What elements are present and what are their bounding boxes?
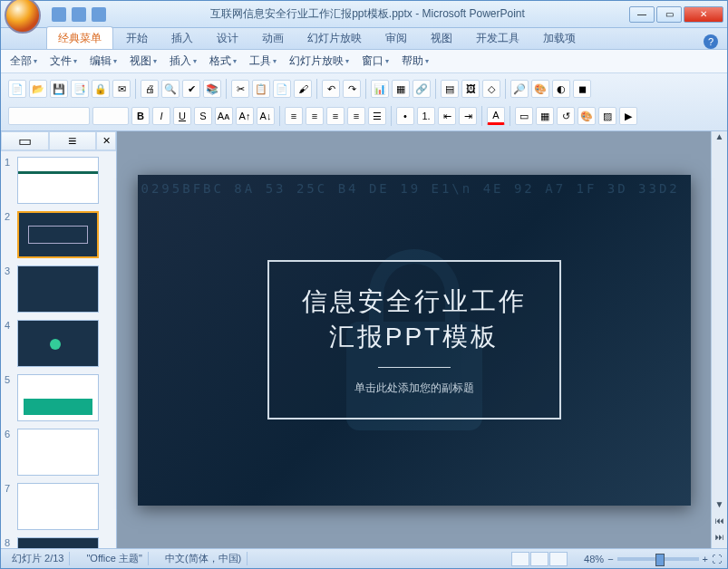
slide-canvas[interactable]: 0295BFBC 8A 53 25C B4 DE 19 E1\n 4E 92 A… (117, 131, 711, 548)
menu-window[interactable]: 窗口▾ (362, 53, 389, 69)
scroll-up-icon[interactable]: ▲ (712, 131, 727, 148)
menu-edit[interactable]: 编辑▾ (90, 53, 117, 69)
bw-icon[interactable]: ◼ (573, 80, 591, 98)
menu-file[interactable]: 文件▾ (50, 53, 77, 69)
fit-icon[interactable]: ⛶ (712, 554, 722, 564)
color-icon[interactable]: 🎨 (531, 80, 549, 98)
design-icon[interactable]: 🎨 (578, 107, 596, 125)
zoom-out-icon[interactable]: − (607, 554, 613, 564)
tab-addins[interactable]: 加载项 (532, 27, 587, 49)
language[interactable]: 中文(简体，中国) (160, 552, 248, 565)
chart-icon[interactable]: 📊 (371, 80, 389, 98)
tab-review[interactable]: 审阅 (374, 27, 418, 49)
align-right-icon[interactable]: ≡ (326, 107, 345, 125)
cut-icon[interactable]: ✂ (231, 80, 249, 98)
panel-close-icon[interactable]: ✕ (96, 131, 116, 150)
tab-classic-menu[interactable]: 经典菜单 (46, 26, 113, 49)
underline-icon[interactable]: U (173, 107, 191, 125)
minimize-button[interactable]: — (629, 6, 655, 23)
thumbnail-8[interactable] (17, 537, 99, 548)
shapes-icon[interactable]: ◇ (482, 80, 500, 98)
format-painter-icon[interactable]: 🖌 (294, 80, 312, 98)
slides-tab[interactable]: ▭ (1, 131, 49, 150)
justify-icon[interactable]: ≡ (347, 107, 365, 125)
qat-undo-icon[interactable] (72, 7, 86, 22)
zoom-level[interactable]: 48% (584, 554, 604, 564)
indent-dec-icon[interactable]: ⇤ (438, 107, 456, 125)
vertical-scrollbar[interactable]: ▲ ▼ ⏮ ⏭ (711, 131, 727, 548)
tab-home[interactable]: 开始 (115, 27, 159, 49)
tab-view[interactable]: 视图 (420, 27, 463, 49)
grow-font-icon[interactable]: A↑ (236, 107, 254, 125)
slide[interactable]: 0295BFBC 8A 53 25C B4 DE 19 E1\n 4E 92 A… (138, 175, 691, 506)
print-icon[interactable]: 🖨 (141, 80, 159, 98)
font-box[interactable] (8, 107, 90, 125)
slide-subtitle[interactable]: 单击此处添加您的副标题 (302, 381, 527, 396)
table-icon[interactable]: ▦ (392, 80, 410, 98)
menu-view[interactable]: 视图▾ (130, 53, 157, 69)
menu-slideshow[interactable]: 幻灯片放映▾ (289, 53, 349, 69)
title-placeholder[interactable]: 信息安全行业工作 汇报PPT模板 单击此处添加您的副标题 (267, 260, 561, 420)
new-icon[interactable]: 📄 (8, 80, 26, 98)
saveas-icon[interactable]: 📑 (71, 80, 89, 98)
outline-tab[interactable]: ≡ (49, 131, 97, 150)
thumbnail-2[interactable] (17, 211, 99, 258)
qat-redo-icon[interactable] (92, 7, 106, 22)
menu-help[interactable]: 帮助▾ (402, 53, 429, 69)
sorter-view-icon[interactable] (530, 552, 548, 566)
numbering-icon[interactable]: 1. (417, 107, 435, 125)
layout-icon[interactable]: ▦ (536, 107, 554, 125)
tab-developer[interactable]: 开发工具 (465, 27, 530, 49)
slideshow-view-icon[interactable] (549, 552, 568, 566)
shadow-icon[interactable]: Aᴀ (215, 107, 233, 125)
menu-all[interactable]: 全部▾ (10, 53, 37, 69)
redo-icon[interactable]: ↷ (343, 80, 361, 98)
zoom-icon[interactable]: 🔎 (510, 80, 529, 98)
menu-tools[interactable]: 工具▾ (249, 53, 277, 69)
scroll-down-icon[interactable]: ▼ (712, 499, 727, 516)
permissions-icon[interactable]: 🔒 (92, 80, 110, 98)
picture-icon[interactable]: 🖼 (461, 80, 480, 98)
thumbnails[interactable]: 1 2 3 4 5 6 7 8 (1, 151, 116, 548)
zoom-slider[interactable] (617, 557, 699, 561)
paste-icon[interactable]: 📄 (273, 80, 291, 98)
font-color-icon[interactable]: A (487, 107, 505, 125)
normal-view-icon[interactable] (511, 552, 529, 566)
thumbnail-1[interactable] (17, 157, 99, 204)
new-slide-icon[interactable]: ▭ (515, 107, 533, 125)
mail-icon[interactable]: ✉ (112, 80, 131, 98)
distribute-icon[interactable]: ☰ (368, 107, 386, 125)
spell-icon[interactable]: ✔ (182, 80, 200, 98)
qat-save-icon[interactable] (52, 7, 66, 22)
preview-icon[interactable]: 🔍 (161, 80, 180, 98)
thumbnail-5[interactable] (17, 374, 99, 421)
research-icon[interactable]: 📚 (203, 80, 221, 98)
bold-icon[interactable]: B (131, 107, 150, 125)
thumbnail-7[interactable] (17, 483, 99, 530)
tab-animation[interactable]: 动画 (251, 27, 295, 49)
shrink-font-icon[interactable]: A↓ (257, 107, 275, 125)
tab-design[interactable]: 设计 (206, 27, 249, 49)
save-icon[interactable]: 💾 (50, 80, 68, 98)
next-slide-icon[interactable]: ⏭ (712, 532, 727, 548)
italic-icon[interactable]: I (152, 107, 170, 125)
tab-slideshow[interactable]: 幻灯片放映 (296, 27, 373, 49)
maximize-button[interactable]: ▭ (656, 6, 682, 23)
menu-insert[interactable]: 插入▾ (170, 53, 197, 69)
align-left-icon[interactable]: ≡ (285, 107, 303, 125)
indent-inc-icon[interactable]: ⇥ (459, 107, 477, 125)
tables-icon[interactable]: ▤ (441, 80, 459, 98)
tab-insert[interactable]: 插入 (160, 27, 204, 49)
grayscale-icon[interactable]: ◐ (552, 80, 570, 98)
background-icon[interactable]: ▨ (598, 107, 616, 125)
thumbnail-6[interactable] (17, 429, 99, 476)
help-icon[interactable]: ? (704, 34, 718, 49)
hyperlink-icon[interactable]: 🔗 (413, 80, 431, 98)
zoom-in-icon[interactable]: + (703, 554, 708, 564)
align-center-icon[interactable]: ≡ (306, 107, 324, 125)
bullets-icon[interactable]: • (396, 107, 414, 125)
menu-format[interactable]: 格式▾ (209, 53, 237, 69)
thumbnail-4[interactable] (17, 320, 99, 367)
undo-icon[interactable]: ↶ (322, 80, 340, 98)
strike-icon[interactable]: S (194, 107, 212, 125)
